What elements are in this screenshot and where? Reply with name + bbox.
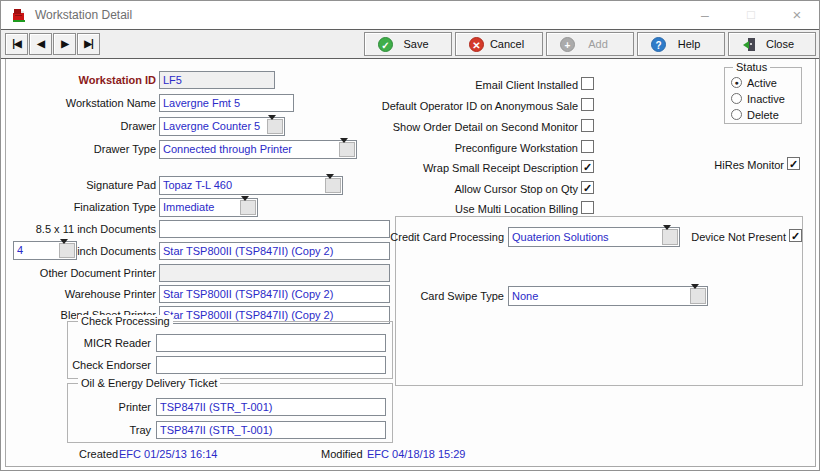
nav-first-button[interactable]: |◀	[5, 33, 28, 55]
default-operator-id-label: Default Operator ID on Anonymous Sale	[238, 99, 578, 113]
created-label: Created	[79, 447, 118, 461]
status-active-label: Active	[747, 76, 799, 90]
save-button[interactable]: ✓ Save	[364, 32, 452, 56]
cash-register-icon	[11, 7, 27, 23]
credit-card-processing-label: Credit Card Processing	[389, 230, 504, 244]
wrap-small-receipt-checkbox[interactable]: ✓	[581, 160, 594, 173]
close-door-icon	[742, 37, 757, 52]
device-not-present-checkbox[interactable]: ✓	[789, 229, 802, 242]
modified-value: EFC 04/18/18 15:29	[367, 447, 465, 461]
save-check-icon: ✓	[378, 37, 393, 52]
card-swipe-type-select[interactable]: None	[508, 286, 708, 306]
created-value: EFC 01/25/13 16:14	[119, 447, 217, 461]
oil-energy-title: Oil & Energy Delivery Ticket	[78, 377, 220, 390]
title-bar: Workstation Detail – □ ×	[1, 1, 819, 29]
hires-monitor-label: HiRes Monitor	[684, 158, 784, 172]
check-processing-title: Check Processing	[78, 315, 173, 328]
close-button[interactable]: Close	[728, 32, 816, 56]
chevron-down-icon[interactable]	[690, 288, 706, 304]
nav-next-button[interactable]: ▶	[53, 33, 76, 55]
cancel-x-icon: ✕	[469, 37, 484, 52]
hires-monitor-checkbox[interactable]: ✓	[787, 157, 800, 170]
workstation-detail-window: Workstation Detail – □ × |◀ ◀ ▶ ▶| ✓ Sav…	[0, 0, 820, 471]
show-order-detail-label: Show Order Detail on Second Monitor	[238, 120, 578, 134]
nav-previous-button[interactable]: ◀	[29, 33, 52, 55]
oil-tray-label: Tray	[1, 423, 151, 437]
preconfigure-workstation-label: Preconfigure Workstation	[238, 141, 578, 155]
status-group-title: Status	[733, 61, 770, 74]
status-active-radio[interactable]: ●	[731, 77, 742, 88]
oil-printer-field[interactable]: TSP847II (STR_T-001)	[156, 398, 386, 416]
wrap-small-receipt-label: Wrap Small Receipt Description	[238, 161, 578, 175]
check-endorser-field[interactable]	[156, 356, 386, 374]
workstation-id-label: Workstation ID	[1, 73, 156, 87]
workstation-name-label: Workstation Name	[1, 96, 156, 110]
oil-printer-label: Printer	[1, 400, 151, 414]
warehouse-printer-field[interactable]: Star TSP800II (TSP847II) (Copy 2)	[159, 285, 390, 303]
allow-cursor-stop-checkbox[interactable]: ✓	[581, 181, 594, 194]
preconfigure-workstation-checkbox[interactable]	[581, 140, 594, 153]
help-button-label: Help	[666, 38, 712, 50]
minimize-button[interactable]: –	[689, 3, 721, 27]
show-order-detail-checkbox[interactable]	[581, 119, 594, 132]
status-inactive-radio[interactable]	[731, 93, 742, 104]
cancel-button-label: Cancel	[484, 38, 530, 50]
other-document-printer-field	[159, 264, 390, 282]
window-close-button[interactable]: ×	[781, 3, 813, 27]
docs-85x11-field[interactable]	[159, 220, 390, 238]
maximize-button[interactable]: □	[735, 3, 767, 27]
device-not-present-label: Device Not Present	[666, 230, 786, 244]
other-document-printer-label: Other Document Printer	[1, 266, 156, 280]
warehouse-printer-label: Warehouse Printer	[1, 287, 156, 301]
toolbar: |◀ ◀ ▶ ▶| ✓ Save ✕ Cancel + Add ? Help C…	[1, 29, 819, 59]
micr-reader-label: MICR Reader	[1, 336, 151, 350]
window-title: Workstation Detail	[35, 8, 132, 22]
use-multi-location-billing-label: Use Multi Location Billing	[238, 202, 578, 216]
save-button-label: Save	[393, 38, 439, 50]
status-delete-label: Delete	[747, 108, 799, 122]
email-client-installed-checkbox[interactable]	[581, 77, 594, 90]
status-inactive-label: Inactive	[747, 92, 799, 106]
oil-tray-field[interactable]: TSP847II (STR_T-001)	[156, 421, 386, 439]
allow-cursor-stop-label: Allow Cursor Stop on Qty	[238, 182, 578, 196]
default-operator-id-checkbox[interactable]	[581, 98, 594, 111]
close-button-label: Close	[757, 38, 803, 50]
nav-last-button[interactable]: ▶|	[77, 33, 100, 55]
micr-reader-field[interactable]	[156, 334, 386, 352]
add-button-label: Add	[575, 38, 621, 50]
email-client-installed-label: Email Client Installed	[238, 78, 578, 92]
add-plus-icon: +	[560, 37, 575, 52]
inch-docs-label: inch Documents	[1, 244, 156, 258]
drawer-type-label: Drawer Type	[1, 142, 156, 156]
modified-label: Modified	[321, 447, 363, 461]
credit-card-processing-select[interactable]: Quaterion Solutions	[508, 227, 680, 247]
docs-85x11-label: 8.5 x 11 inch Documents	[1, 222, 156, 236]
cancel-button[interactable]: ✕ Cancel	[455, 32, 543, 56]
inch-docs-field[interactable]: Star TSP800II (TSP847II) (Copy 2)	[159, 242, 390, 260]
check-endorser-label: Check Endorser	[1, 358, 151, 372]
help-button[interactable]: ? Help	[637, 32, 725, 56]
card-swipe-type-label: Card Swipe Type	[389, 289, 504, 303]
finalization-type-label: Finalization Type	[1, 200, 156, 214]
status-delete-radio[interactable]	[731, 109, 742, 120]
help-question-icon: ?	[651, 37, 666, 52]
signature-pad-label: Signature Pad	[1, 178, 156, 192]
use-multi-location-billing-checkbox[interactable]	[581, 201, 594, 214]
drawer-label: Drawer	[1, 119, 156, 133]
add-button: + Add	[546, 32, 634, 56]
